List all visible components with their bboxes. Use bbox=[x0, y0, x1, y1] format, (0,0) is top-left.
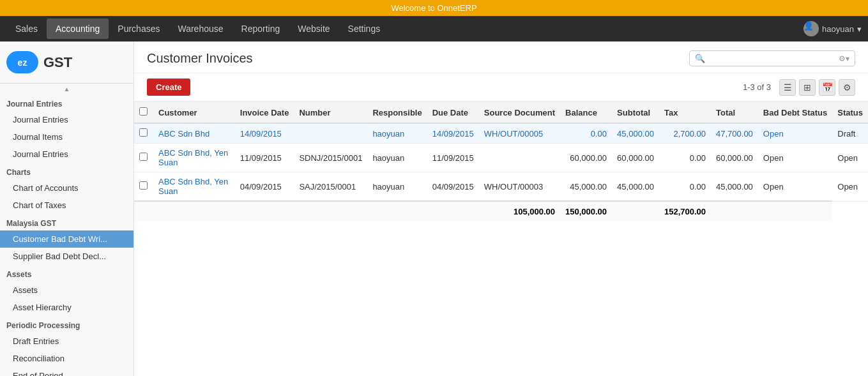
invoices-table: Customer Invoice Date Number Responsible… bbox=[134, 102, 868, 222]
row-subtotal-2: 45,000.00 bbox=[612, 172, 659, 202]
row-source-doc-2[interactable]: WH/OUT/00003 bbox=[479, 172, 560, 202]
col-status: Status bbox=[832, 102, 868, 124]
col-responsible: Responsible bbox=[367, 102, 427, 124]
footer-total: 152,700.00 bbox=[659, 201, 711, 222]
sidebar: ez GST ▲ Journal Entries Journal Entries… bbox=[0, 41, 134, 376]
sidebar-item-customer-bad-debt[interactable]: Customer Bad Debt Wri... bbox=[0, 230, 133, 248]
sidebar-section-periodic-processing[interactable]: Periodic Processing bbox=[0, 316, 133, 333]
row-bad-debt-status-0: Open bbox=[758, 123, 832, 144]
col-bad-debt-status: Bad Debt Status bbox=[758, 102, 832, 124]
sidebar-item-draft-entries[interactable]: Draft Entries bbox=[0, 333, 133, 350]
table-row: ABC Sdn Bhd, Yen Suan 11/09/2015 SDNJ/20… bbox=[134, 144, 868, 172]
row-checkbox-2[interactable] bbox=[134, 172, 153, 202]
row-customer-0[interactable]: ABC Sdn Bhd bbox=[153, 123, 235, 144]
search-input[interactable] bbox=[705, 54, 836, 63]
sidebar-item-end-of-period[interactable]: End of Period bbox=[0, 367, 133, 376]
col-total: Total bbox=[711, 102, 758, 124]
col-tax: Tax bbox=[659, 102, 711, 124]
sidebar-section-assets[interactable]: Assets bbox=[0, 265, 133, 282]
sidebar-section-journal-entries[interactable]: Journal Entries bbox=[0, 94, 133, 111]
nav-accounting[interactable]: Accounting bbox=[47, 19, 109, 39]
nav-sales[interactable]: Sales bbox=[6, 19, 47, 39]
sidebar-item-reconciliation[interactable]: Reconciliation bbox=[0, 350, 133, 367]
row-invoice-date-2: 04/09/2015 bbox=[235, 172, 294, 202]
nav-website[interactable]: Website bbox=[289, 19, 339, 39]
nav-bar: Sales Accounting Purchases Warehouse Rep… bbox=[0, 16, 868, 41]
row-invoice-date-1: 11/09/2015 bbox=[235, 144, 294, 172]
nav-warehouse[interactable]: Warehouse bbox=[169, 19, 232, 39]
col-balance: Balance bbox=[560, 102, 612, 124]
row-total-1: 60,000.00 bbox=[711, 144, 758, 172]
row-bad-debt-status-2: Open bbox=[758, 172, 832, 202]
search-bar[interactable]: 🔍 ⚙▾ bbox=[689, 50, 855, 66]
user-dropdown-icon[interactable]: ▾ bbox=[857, 24, 862, 34]
col-number: Number bbox=[294, 102, 367, 124]
row-total-0: 47,700.00 bbox=[711, 123, 758, 144]
calendar-view-button[interactable]: 📅 bbox=[819, 79, 835, 96]
footer-subtotal: 150,000.00 bbox=[560, 201, 612, 222]
col-source-document: Source Document bbox=[479, 102, 560, 124]
nav-reporting[interactable]: Reporting bbox=[232, 19, 289, 39]
row-status-1: Open bbox=[832, 144, 868, 172]
row-customer-1[interactable]: ABC Sdn Bhd, Yen Suan bbox=[153, 144, 235, 172]
table-footer: 105,000.00 150,000.00 152,700.00 bbox=[134, 201, 868, 222]
user-area[interactable]: 👤 haoyuan ▾ bbox=[803, 21, 862, 36]
row-tax-0: 2,700.00 bbox=[659, 123, 711, 144]
page-title: Customer Invoices bbox=[147, 51, 689, 66]
sidebar-logo: ez GST bbox=[0, 41, 133, 84]
footer-empty bbox=[134, 201, 479, 222]
row-customer-2[interactable]: ABC Sdn Bhd, Yen Suan bbox=[153, 172, 235, 202]
row-balance-0: 0.00 bbox=[560, 123, 612, 144]
nav-purchases[interactable]: Purchases bbox=[109, 19, 169, 39]
row-tax-2: 0.00 bbox=[659, 172, 711, 202]
sidebar-item-journal-entries-2[interactable]: Journal Entries bbox=[0, 146, 133, 163]
search-settings-icon[interactable]: ⚙▾ bbox=[839, 54, 849, 63]
create-button[interactable]: Create bbox=[147, 79, 190, 96]
content-header: Customer Invoices 🔍 ⚙▾ bbox=[134, 41, 868, 73]
row-responsible-0[interactable]: haoyuan bbox=[367, 123, 427, 144]
nav-settings[interactable]: Settings bbox=[339, 19, 390, 39]
row-number-2: SAJ/2015/0001 bbox=[294, 172, 367, 202]
list-view-button[interactable]: ☰ bbox=[779, 79, 796, 96]
sidebar-item-chart-of-accounts[interactable]: Chart of Accounts bbox=[0, 179, 133, 197]
row-source-doc-1 bbox=[479, 144, 560, 172]
settings-view-button[interactable]: ⚙ bbox=[839, 79, 855, 96]
row-responsible-2: haoyuan bbox=[367, 172, 427, 202]
banner-text: Welcome to OnnetERP bbox=[391, 3, 476, 13]
sidebar-item-journal-entries-1[interactable]: Journal Entries bbox=[0, 111, 133, 128]
row-subtotal-0: 45,000.00 bbox=[612, 123, 659, 144]
sidebar-item-journal-items[interactable]: Journal Items bbox=[0, 128, 133, 146]
sidebar-section-malaysia-gst[interactable]: Malaysia GST bbox=[0, 214, 133, 230]
select-all-checkbox-header[interactable] bbox=[134, 102, 153, 124]
logo-icon: ez bbox=[6, 51, 38, 73]
main-content: Customer Invoices 🔍 ⚙▾ Create 1-3 of 3 ☰… bbox=[134, 41, 868, 376]
sidebar-section-charts[interactable]: Charts bbox=[0, 163, 133, 179]
col-subtotal: Subtotal bbox=[612, 102, 659, 124]
row-checkbox-0[interactable] bbox=[134, 123, 153, 144]
row-checkbox-1[interactable] bbox=[134, 144, 153, 172]
kanban-view-button[interactable]: ⊞ bbox=[799, 79, 816, 96]
sidebar-item-assets[interactable]: Assets bbox=[0, 282, 133, 299]
table-header-row: Customer Invoice Date Number Responsible… bbox=[134, 102, 868, 124]
sidebar-item-supplier-bad-debt[interactable]: Supplier Bad Debt Decl... bbox=[0, 248, 133, 265]
row-invoice-date-0[interactable]: 14/09/2015 bbox=[235, 123, 294, 144]
search-icon: 🔍 bbox=[695, 54, 705, 63]
footer-balance: 105,000.00 bbox=[479, 201, 560, 222]
brand-text: GST bbox=[43, 54, 72, 71]
row-status-0[interactable]: Draft bbox=[832, 123, 868, 144]
sidebar-item-asset-hierarchy[interactable]: Asset Hierarchy bbox=[0, 299, 133, 316]
footer-bad-debt-status bbox=[711, 201, 758, 222]
pagination-info: 1-3 of 3 bbox=[743, 82, 771, 92]
top-banner: Welcome to OnnetERP bbox=[0, 0, 868, 16]
sidebar-item-chart-of-taxes[interactable]: Chart of Taxes bbox=[0, 197, 133, 214]
row-balance-2: 45,000.00 bbox=[560, 172, 612, 202]
row-due-date-2: 04/09/2015 bbox=[427, 172, 479, 202]
row-source-doc-0[interactable]: WH/OUT/00005 bbox=[479, 123, 560, 144]
row-responsible-1: haoyuan bbox=[367, 144, 427, 172]
layout: ez GST ▲ Journal Entries Journal Entries… bbox=[0, 41, 868, 376]
row-bad-debt-status-1: Open bbox=[758, 144, 832, 172]
sidebar-scroll-up[interactable]: ▲ bbox=[0, 84, 133, 94]
select-all-checkbox[interactable] bbox=[139, 107, 148, 116]
row-status-2: Open bbox=[832, 172, 868, 202]
row-tax-1: 0.00 bbox=[659, 144, 711, 172]
